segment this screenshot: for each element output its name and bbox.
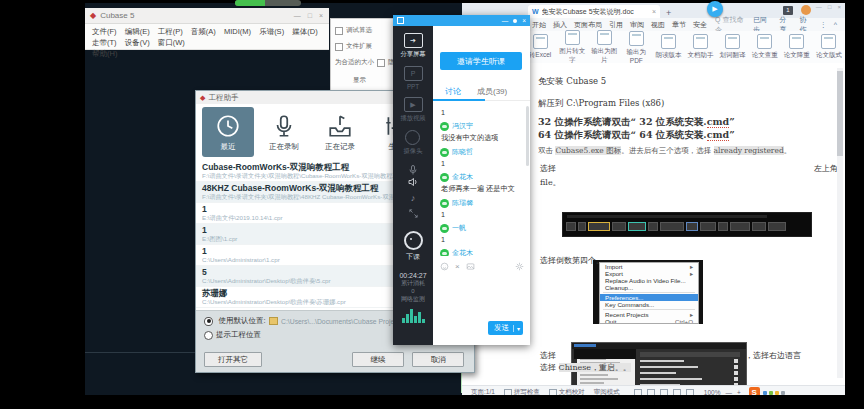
menu-page-layout[interactable]: 页面布局 xyxy=(574,20,602,30)
minimize-icon[interactable]: — xyxy=(502,17,509,24)
gear-icon[interactable] xyxy=(515,262,524,271)
microphone-icon[interactable] xyxy=(407,164,419,176)
radio-prompt-location[interactable] xyxy=(204,331,213,340)
proofread-toggle[interactable]: 文档校对 xyxy=(549,388,585,395)
invite-students-button[interactable]: 邀请学生听课 xyxy=(440,52,522,70)
tool-doc-assistant[interactable]: 文档助手 xyxy=(684,34,716,60)
pin-icon[interactable] xyxy=(513,19,517,23)
zoom-out-button[interactable]: — xyxy=(725,389,732,395)
tool-read-aloud[interactable]: 朗读版本 xyxy=(652,34,684,60)
tab-members[interactable]: 成员(39) xyxy=(477,86,507,97)
menu-help[interactable]: 帮助(H) xyxy=(92,49,117,58)
page-view-icon[interactable] xyxy=(647,389,655,396)
menu-security[interactable]: 安全 xyxy=(693,20,707,30)
close-icon[interactable]: × xyxy=(319,12,323,19)
menu-project[interactable]: 工程(P) xyxy=(158,27,183,36)
close-tab-icon[interactable]: × xyxy=(652,8,656,15)
chat-scrollbar-thumb[interactable] xyxy=(526,106,529,166)
tool-paper-format[interactable]: 论文版式 xyxy=(813,34,845,60)
checkbox[interactable] xyxy=(335,43,343,51)
review-mode[interactable]: 审阅模式 xyxy=(594,388,620,395)
audio-level-meter xyxy=(402,307,425,323)
menu-file[interactable]: 文件(F) xyxy=(92,27,117,36)
recording-indicator xyxy=(235,0,301,6)
image-icon[interactable] xyxy=(466,262,475,271)
tool-image-to-text[interactable]: 图片转文字 xyxy=(556,30,588,65)
menu-item: Recent Projects▸ xyxy=(600,311,698,318)
doc-line: 32 位操作系统请双击“ 32 位系统安装.cmd” xyxy=(538,116,735,129)
close-icon[interactable]: × xyxy=(522,17,526,24)
menu-view[interactable]: 视图 xyxy=(651,20,665,30)
end-class-button[interactable]: 下课 xyxy=(404,231,423,262)
menu-media[interactable]: 媒体(D) xyxy=(292,27,317,36)
checkbox[interactable] xyxy=(335,27,343,35)
cubase-titlebar[interactable]: ◆ Cubase 5 — □ × xyxy=(85,8,329,24)
menu-transport[interactable]: 走带(T) xyxy=(92,38,117,47)
input-method-toolbar[interactable] xyxy=(763,391,785,395)
open-other-button[interactable]: 打开其它 xyxy=(204,352,262,367)
camera-icon xyxy=(405,130,420,145)
outline-view-icon[interactable] xyxy=(673,389,681,396)
menu-edit[interactable]: 编辑(E) xyxy=(125,27,150,36)
menu-audio[interactable]: 音频(A) xyxy=(191,27,216,36)
tool-translate[interactable]: 划词翻译 xyxy=(717,34,749,60)
chat-message: 陈晓哲 1 xyxy=(440,147,524,168)
web-view-icon[interactable] xyxy=(686,389,694,396)
tool-export-pdf[interactable]: 输出为PDF xyxy=(620,31,652,64)
continue-button[interactable]: 继续 xyxy=(352,352,404,367)
radio-default-location[interactable] xyxy=(204,317,213,326)
spellcheck-toggle[interactable]: 拼写检查 xyxy=(504,388,540,395)
music-icon[interactable]: ♪ xyxy=(411,193,416,203)
document-tab[interactable]: W 免安装Cubase 5安装说明.doc × xyxy=(528,5,660,18)
tab-recording[interactable]: 正在录制 xyxy=(258,107,310,157)
tool-paper-check[interactable]: 论文查重 xyxy=(749,34,781,60)
share-screen-button[interactable]: ➔ 分享屏幕 xyxy=(400,33,425,59)
minimize-icon[interactable]: — xyxy=(294,12,301,19)
tab-recent[interactable]: 最近 xyxy=(202,107,254,157)
zoom-level[interactable]: 100% xyxy=(704,389,721,395)
floating-play-button[interactable]: ▶ xyxy=(707,1,723,17)
more-vertical-icon[interactable]: ⋮ xyxy=(820,21,827,29)
expand-icon[interactable] xyxy=(408,208,419,219)
fullscreen-view-icon[interactable] xyxy=(634,389,642,396)
zoom-in-button[interactable]: + xyxy=(737,389,741,395)
sogou-input-icon[interactable]: S xyxy=(749,387,760,395)
tab-scoring[interactable]: 正在记录 xyxy=(314,107,366,157)
send-options-caret[interactable]: ▾ xyxy=(513,325,520,332)
menu-insert[interactable]: 插入 xyxy=(553,20,567,30)
play-video-button[interactable]: ▶ 播放视频 xyxy=(400,97,425,123)
maximize-icon[interactable]: □ xyxy=(828,4,832,10)
classroom-titlebar[interactable]: — × xyxy=(393,15,530,26)
cancel-button[interactable]: 取消 xyxy=(412,352,464,367)
maximize-icon[interactable]: □ xyxy=(308,12,312,19)
new-tab-button[interactable]: + xyxy=(666,8,671,18)
doc-line: 选择 xyxy=(540,163,556,174)
default-location-label: 使用默认位置: xyxy=(219,316,266,326)
menu-devices[interactable]: 设备(V) xyxy=(125,38,150,47)
tool-paper-reduce[interactable]: 论文降重 xyxy=(781,34,813,60)
menu-references[interactable]: 引用 xyxy=(609,20,623,30)
dialog-title: 工程助手 xyxy=(208,93,238,103)
menu-start[interactable]: 开始 xyxy=(532,20,546,30)
camera-button[interactable]: 摄像头 xyxy=(404,130,423,156)
edit-view-icon[interactable] xyxy=(660,389,668,396)
collapse-ribbon-icon[interactable]: ^ xyxy=(834,21,837,28)
send-button[interactable]: 发送 ▾ xyxy=(488,321,523,335)
menu-window[interactable]: 窗口(W) xyxy=(158,38,185,47)
close-icon[interactable]: × xyxy=(837,4,841,10)
speaker-icon[interactable] xyxy=(407,176,419,188)
user-avatar[interactable] xyxy=(801,5,811,15)
emoji-icon[interactable] xyxy=(440,262,449,271)
chat-messages[interactable]: 1 冯汉宇 我没有中文的选项 陈晓哲 1 金花木 老师再来一遍 还是中文 陈瑞馨… xyxy=(440,106,524,256)
checkbox[interactable] xyxy=(377,59,385,67)
menu-section[interactable]: 章节 xyxy=(672,20,686,30)
minimize-icon[interactable]: — xyxy=(816,4,822,10)
doc-scrollbar-thumb[interactable] xyxy=(837,71,843,156)
menu-midi[interactable]: MIDI(M) xyxy=(224,27,251,36)
menu-review[interactable]: 审阅 xyxy=(630,20,644,30)
cut-icon[interactable]: × xyxy=(455,262,460,271)
tool-export-image[interactable]: 输出为图片 xyxy=(588,30,620,65)
ppt-button[interactable]: P PPT xyxy=(404,66,423,90)
menu-score[interactable]: 乐谱(S) xyxy=(259,27,284,36)
tab-discussion[interactable]: 讨论 xyxy=(445,86,461,97)
